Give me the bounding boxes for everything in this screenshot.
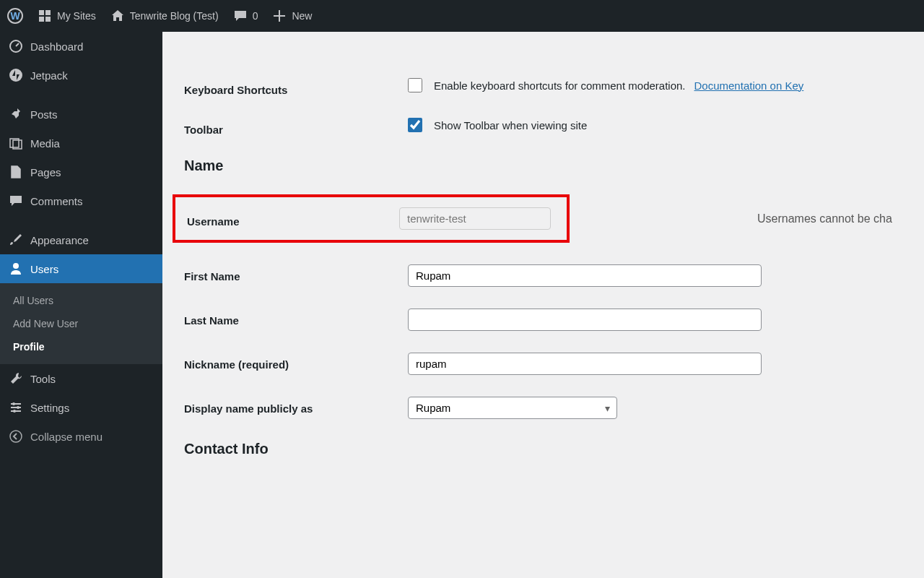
- admin-sidebar: Dashboard Jetpack Posts Media Pages Comm…: [0, 32, 162, 578]
- site-title-label: Tenwrite Blog (Test): [130, 10, 219, 22]
- row-first-name: First Name: [184, 264, 902, 287]
- comments-menu[interactable]: 0: [226, 0, 266, 32]
- wordpress-logo-icon: W: [7, 8, 23, 24]
- first-name-input[interactable]: [408, 264, 762, 287]
- menu-label: Users: [30, 263, 58, 275]
- comments-count: 0: [253, 10, 258, 22]
- row-display-name: Display name publicly as Rupam: [184, 397, 902, 419]
- menu-label: Dashboard: [30, 40, 83, 53]
- name-heading: Name: [184, 158, 902, 174]
- svg-point-6: [10, 431, 22, 442]
- toolbar-text: Show Toolbar when viewing site: [434, 119, 587, 131]
- svg-point-3: [12, 402, 15, 405]
- menu-posts[interactable]: Posts: [0, 100, 162, 129]
- menu-media[interactable]: Media: [0, 129, 162, 158]
- menu-tools[interactable]: Tools: [0, 364, 162, 393]
- sites-icon: [38, 9, 52, 23]
- nickname-label: Nickname (required): [184, 353, 408, 371]
- submenu-all-users[interactable]: All Users: [0, 289, 162, 312]
- menu-pages[interactable]: Pages: [0, 158, 162, 186]
- svg-point-4: [17, 406, 19, 409]
- menu-label: Comments: [30, 195, 83, 207]
- pin-icon: [9, 107, 23, 121]
- users-submenu: All Users Add New User Profile: [0, 283, 162, 364]
- comment-icon: [233, 9, 248, 23]
- menu-appearance[interactable]: Appearance: [0, 225, 162, 254]
- menu-label: Pages: [30, 166, 61, 178]
- my-sites-label: My Sites: [57, 10, 96, 22]
- menu-users[interactable]: Users: [0, 254, 162, 283]
- new-label: New: [292, 10, 312, 22]
- dashboard-icon: [9, 39, 23, 53]
- submenu-add-user[interactable]: Add New User: [0, 312, 162, 335]
- menu-label: Tools: [30, 373, 56, 385]
- brush-icon: [9, 233, 23, 247]
- username-highlight: Username: [173, 194, 570, 243]
- menu-jetpack[interactable]: Jetpack: [0, 61, 162, 90]
- menu-label: Appearance: [30, 234, 89, 246]
- user-icon: [9, 262, 23, 276]
- contact-heading: Contact Info: [184, 441, 902, 457]
- keyboard-shortcuts-checkbox[interactable]: [408, 78, 422, 92]
- row-nickname: Nickname (required): [184, 353, 902, 375]
- display-name-select[interactable]: Rupam: [408, 397, 617, 419]
- svg-point-2: [13, 263, 19, 269]
- username-input: [399, 207, 551, 230]
- plus-icon: [272, 9, 287, 23]
- last-name-label: Last Name: [184, 309, 408, 327]
- row-last-name: Last Name: [184, 309, 902, 331]
- sliders-icon: [9, 400, 23, 415]
- toolbar-checkbox[interactable]: [408, 118, 422, 132]
- house-icon: [110, 9, 125, 23]
- keyboard-shortcuts-label: Keyboard Shortcuts: [184, 78, 408, 96]
- menu-dashboard[interactable]: Dashboard: [0, 32, 162, 61]
- row-keyboard-shortcuts: Keyboard Shortcuts Enable keyboard short…: [184, 78, 902, 96]
- menu-label: Jetpack: [30, 69, 68, 82]
- submenu-profile[interactable]: Profile: [0, 335, 162, 358]
- keyboard-shortcuts-doc-link[interactable]: Documentation on Key: [694, 79, 804, 92]
- menu-comments[interactable]: Comments: [0, 186, 162, 215]
- site-title-menu[interactable]: Tenwrite Blog (Test): [103, 0, 226, 32]
- menu-settings[interactable]: Settings: [0, 393, 162, 422]
- keyboard-shortcuts-text: Enable keyboard shortcuts for comment mo…: [434, 79, 686, 92]
- first-name-label: First Name: [184, 264, 408, 282]
- profile-content: Keyboard Shortcuts Enable keyboard short…: [162, 64, 924, 578]
- svg-point-1: [9, 69, 22, 82]
- last-name-input[interactable]: [408, 309, 762, 331]
- wrench-icon: [9, 371, 23, 386]
- toolbar-label: Toolbar: [184, 118, 408, 136]
- menu-label: Media: [30, 137, 60, 150]
- menu-label: Posts: [30, 108, 58, 121]
- admin-toolbar: W My Sites Tenwrite Blog (Test) 0 New: [0, 0, 924, 32]
- menu-label: Settings: [30, 402, 69, 414]
- media-icon: [9, 136, 23, 150]
- comments-icon: [9, 194, 23, 208]
- display-name-label: Display name publicly as: [184, 397, 408, 415]
- menu-label: Collapse menu: [30, 431, 103, 443]
- jetpack-icon: [9, 68, 23, 82]
- my-sites-menu[interactable]: My Sites: [30, 0, 103, 32]
- row-toolbar: Toolbar Show Toolbar when viewing site: [184, 118, 902, 136]
- pages-icon: [9, 165, 23, 179]
- svg-point-5: [13, 410, 16, 413]
- nickname-input[interactable]: [408, 353, 762, 375]
- new-content-menu[interactable]: New: [265, 0, 319, 32]
- username-note: Usernames cannot be cha: [757, 212, 892, 225]
- wp-logo-menu[interactable]: W: [0, 0, 30, 32]
- username-label: Username: [187, 210, 399, 228]
- collapse-icon: [9, 429, 23, 444]
- menu-collapse[interactable]: Collapse menu: [0, 422, 162, 451]
